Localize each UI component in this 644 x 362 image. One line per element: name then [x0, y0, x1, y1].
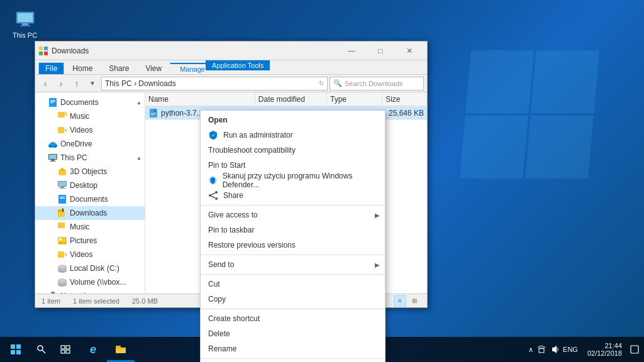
- clock-time: 21:44: [587, 342, 622, 349]
- maximize-button[interactable]: □: [366, 41, 395, 60]
- sidebar-item-documents[interactable]: Documents ▲: [35, 96, 145, 109]
- defender-icon: [208, 175, 218, 185]
- tab-home[interactable]: Home: [64, 62, 101, 74]
- sidebar-item-this-pc[interactable]: This PC ▲: [35, 151, 145, 165]
- svg-rect-3: [20, 25, 30, 26]
- sidebar-item-music[interactable]: Music: [35, 109, 145, 123]
- svg-rect-6: [39, 52, 43, 55]
- col-header-name[interactable]: Name: [145, 92, 255, 106]
- selected-size: 25.0 MB: [132, 297, 158, 305]
- address-bar: ‹ › ↑ ▼ This PC › Downloads ↻ 🔍 Search D…: [35, 75, 427, 92]
- selected-count: 1 item selected: [73, 297, 119, 305]
- edge-button[interactable]: e: [79, 337, 107, 362]
- network-tray-icon: [536, 344, 547, 354]
- sidebar-item-pictures[interactable]: Pictures: [35, 234, 145, 248]
- tab-share[interactable]: Share: [101, 62, 137, 74]
- svg-rect-65: [11, 344, 15, 349]
- sidebar-item-videos[interactable]: Videos: [35, 123, 145, 137]
- svg-point-44: [58, 265, 67, 268]
- give-access-label: Give access to: [208, 211, 258, 219]
- sidebar: Documents ▲ Music Videos: [35, 92, 145, 293]
- col-header-type[interactable]: Type: [327, 92, 382, 106]
- back-button[interactable]: ‹: [38, 77, 52, 90]
- menu-item-run-as-admin[interactable]: ✓ Run as administrator: [201, 128, 385, 143]
- ribbon-tabs: File Home Share View Manage Application …: [35, 60, 427, 74]
- file-explorer-icon: [115, 344, 126, 354]
- sidebar-item-music2[interactable]: Music: [35, 220, 145, 234]
- svg-rect-66: [16, 344, 21, 349]
- svg-point-60: [215, 191, 218, 194]
- start-button[interactable]: [0, 337, 31, 362]
- menu-item-restore-versions[interactable]: Restore previous versions: [201, 238, 385, 253]
- music-icon: [57, 111, 67, 121]
- menu-item-defender[interactable]: Skanuj przy użyciu programu Windows Defe…: [201, 173, 385, 188]
- svg-rect-76: [116, 346, 121, 348]
- task-view-icon: [60, 344, 70, 354]
- menu-item-share[interactable]: Share: [201, 188, 385, 203]
- menu-item-pin-start[interactable]: Pin to Start: [201, 158, 385, 173]
- up-button[interactable]: ↑: [70, 77, 84, 90]
- refresh-icon[interactable]: ↻: [319, 80, 324, 87]
- svg-line-63: [211, 193, 215, 195]
- sidebar-item-videos2[interactable]: Videos: [35, 248, 145, 261]
- menu-item-delete[interactable]: Delete: [201, 326, 385, 341]
- menu-item-copy[interactable]: Copy: [201, 292, 385, 307]
- expand-arrow: ▲: [136, 100, 142, 106]
- sidebar-item-local-disk[interactable]: Local Disk (C:): [35, 261, 145, 275]
- tray-expand[interactable]: ∧: [528, 346, 533, 354]
- separator-3: [201, 274, 385, 275]
- shield-icon: ✓: [208, 130, 218, 140]
- task-view-button[interactable]: [52, 337, 79, 362]
- large-icons-view-btn[interactable]: ⊞: [408, 295, 421, 307]
- details-view-btn[interactable]: ≡: [394, 295, 406, 307]
- troubleshoot-label: Troubleshoot compatibility: [208, 146, 296, 155]
- forward-button[interactable]: ›: [54, 77, 68, 90]
- close-button[interactable]: ✕: [395, 41, 424, 60]
- svg-point-18: [50, 142, 56, 146]
- rename-label: Rename: [208, 344, 236, 353]
- notification-center-button[interactable]: [625, 337, 644, 362]
- svg-rect-67: [11, 350, 15, 354]
- sidebar-item-volume[interactable]: Volume (\\vbox...: [35, 275, 145, 289]
- tab-file[interactable]: File: [38, 62, 64, 74]
- svg-point-61: [209, 194, 211, 197]
- taskbar-search-button[interactable]: [31, 337, 52, 362]
- restore-versions-label: Restore previous versions: [208, 241, 296, 250]
- menu-item-open[interactable]: Open: [201, 112, 385, 128]
- taskbar-search-icon: [36, 344, 47, 354]
- app-tools-label: Application Tools: [206, 60, 270, 70]
- col-header-size[interactable]: Size: [382, 92, 427, 106]
- menu-item-pin-taskbar[interactable]: Pin to taskbar: [201, 222, 385, 238]
- menu-item-rename[interactable]: Rename: [201, 341, 385, 356]
- pin-taskbar-label: Pin to taskbar: [208, 226, 254, 234]
- svg-marker-24: [58, 168, 66, 170]
- svg-rect-40: [58, 251, 64, 258]
- svg-rect-77: [116, 349, 125, 349]
- menu-item-troubleshoot[interactable]: Troubleshoot compatibility: [201, 143, 385, 158]
- desktop-icon-label: This PC: [13, 31, 37, 39]
- minimize-button[interactable]: —: [337, 41, 366, 60]
- system-clock[interactable]: 21:44 02/12/2018: [584, 342, 625, 357]
- menu-item-give-access[interactable]: Give access to ▶: [201, 207, 385, 222]
- sidebar-item-network[interactable]: Network ▼: [35, 289, 145, 293]
- sidebar-item-desktop[interactable]: Desktop: [35, 178, 145, 192]
- menu-item-cut[interactable]: Cut: [201, 277, 385, 292]
- sidebar-item-downloads[interactable]: Downloads: [35, 206, 145, 220]
- volume-icon: [57, 277, 67, 287]
- sidebar-item-3d-objects[interactable]: 3D Objects: [35, 165, 145, 178]
- language-label: ENG: [563, 346, 578, 353]
- svg-rect-26: [58, 182, 66, 186]
- file-size: 25,646 KB: [382, 109, 427, 118]
- sidebar-item-documents2[interactable]: Documents: [35, 192, 145, 206]
- menu-item-create-shortcut[interactable]: Create shortcut: [201, 311, 385, 326]
- sidebar-item-onedrive[interactable]: OneDrive: [35, 137, 145, 151]
- tab-view[interactable]: View: [137, 62, 170, 74]
- separator-4: [201, 309, 385, 309]
- file-explorer-taskbar-btn[interactable]: [107, 337, 135, 362]
- menu-item-send-to[interactable]: Send to ▶: [201, 257, 385, 272]
- search-box[interactable]: 🔍 Search Downloads: [330, 77, 424, 90]
- address-path[interactable]: This PC › Downloads ↻: [101, 77, 328, 90]
- desktop-icon-this-pc[interactable]: This PC: [13, 9, 37, 39]
- col-header-date[interactable]: Date modified: [255, 92, 327, 106]
- recent-locations-button[interactable]: ▼: [86, 77, 99, 90]
